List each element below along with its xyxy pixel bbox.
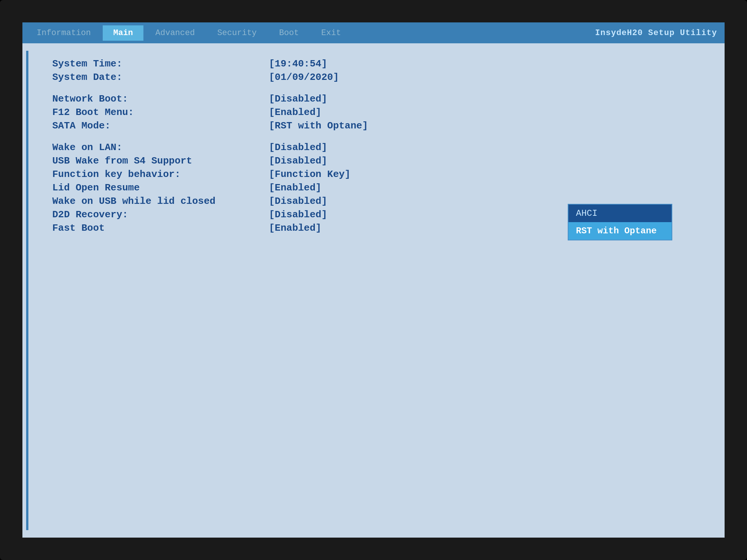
sata-mode-row: SATA Mode: [RST with Optane] bbox=[52, 120, 695, 131]
wake-usb-lid-label: Wake on USB while lid closed bbox=[52, 196, 269, 207]
sata-mode-label: SATA Mode: bbox=[52, 120, 269, 131]
network-boot-label: Network Boot: bbox=[52, 93, 269, 105]
d2d-recovery-value[interactable]: [Disabled] bbox=[269, 209, 327, 220]
screen-bezel: Information Main Advanced Security Boot … bbox=[0, 0, 747, 560]
bios-title: InsydeH20 Setup Utility bbox=[595, 28, 717, 38]
menu-tabs: Information Main Advanced Security Boot … bbox=[26, 25, 351, 41]
usb-wake-label: USB Wake from S4 Support bbox=[52, 155, 269, 167]
lid-open-row: Lid Open Resume [Enabled] bbox=[52, 182, 695, 193]
usb-wake-row: USB Wake from S4 Support [Disabled] bbox=[52, 155, 695, 167]
usb-wake-value[interactable]: [Disabled] bbox=[269, 155, 327, 167]
dropdown-item-rst[interactable]: RST with Optane bbox=[568, 222, 672, 240]
sata-mode-value[interactable]: [RST with Optane] bbox=[269, 120, 368, 131]
f12-boot-label: F12 Boot Menu: bbox=[52, 107, 269, 118]
system-time-value[interactable]: [19:40:54] bbox=[269, 58, 327, 69]
tab-advanced[interactable]: Advanced bbox=[145, 25, 205, 41]
network-boot-row: Network Boot: [Disabled] bbox=[52, 93, 695, 105]
sata-mode-dropdown[interactable]: AHCI RST with Optane bbox=[568, 204, 672, 240]
f12-boot-row: F12 Boot Menu: [Enabled] bbox=[52, 107, 695, 118]
d2d-recovery-label: D2D Recovery: bbox=[52, 209, 269, 220]
wake-usb-lid-value[interactable]: [Disabled] bbox=[269, 196, 327, 207]
fast-boot-value[interactable]: [Enabled] bbox=[269, 223, 321, 234]
tab-main[interactable]: Main bbox=[103, 25, 143, 41]
dropdown-item-ahci[interactable]: AHCI bbox=[568, 205, 672, 222]
system-time-row: System Time: [19:40:54] bbox=[52, 58, 695, 69]
system-date-row: System Date: [01/09/2020] bbox=[52, 72, 695, 83]
wake-on-lan-value[interactable]: [Disabled] bbox=[269, 142, 327, 153]
menu-bar: Information Main Advanced Security Boot … bbox=[22, 22, 725, 43]
f12-boot-value[interactable]: [Enabled] bbox=[269, 107, 321, 118]
tab-information[interactable]: Information bbox=[26, 25, 101, 41]
system-date-value[interactable]: [01/09/2020] bbox=[269, 72, 339, 83]
function-key-value[interactable]: [Function Key] bbox=[269, 169, 350, 180]
function-key-label: Function key behavior: bbox=[52, 169, 269, 180]
lid-open-label: Lid Open Resume bbox=[52, 182, 269, 193]
main-content: System Time: [19:40:54] System Date: [01… bbox=[22, 43, 725, 538]
wake-on-lan-row: Wake on LAN: [Disabled] bbox=[52, 142, 695, 153]
tab-security[interactable]: Security bbox=[207, 25, 267, 41]
lid-open-value[interactable]: [Enabled] bbox=[269, 182, 321, 193]
wake-on-lan-label: Wake on LAN: bbox=[52, 142, 269, 153]
system-time-label: System Time: bbox=[52, 58, 269, 69]
network-boot-value[interactable]: [Disabled] bbox=[269, 93, 327, 105]
function-key-row: Function key behavior: [Function Key] bbox=[52, 169, 695, 180]
tab-boot[interactable]: Boot bbox=[269, 25, 309, 41]
system-date-label: System Date: bbox=[52, 72, 269, 83]
fast-boot-label: Fast Boot bbox=[52, 223, 269, 234]
bios-screen: Information Main Advanced Security Boot … bbox=[22, 22, 725, 538]
tab-exit[interactable]: Exit bbox=[311, 25, 351, 41]
